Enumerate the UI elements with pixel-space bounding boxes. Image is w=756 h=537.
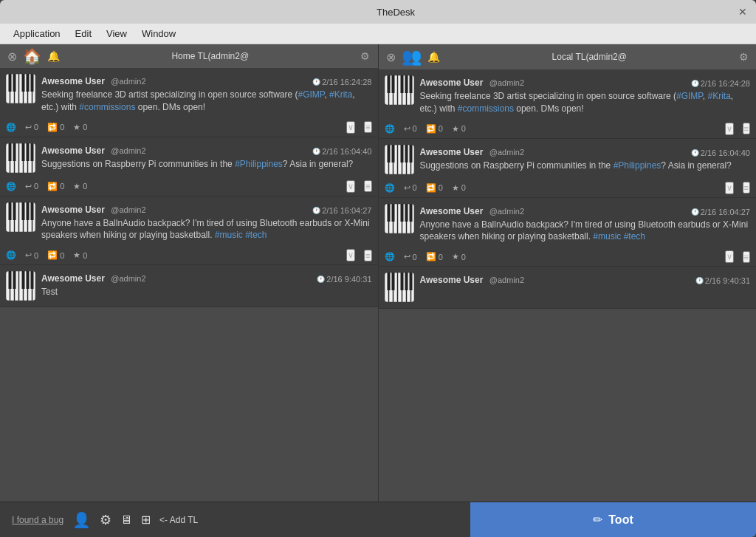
boost-button[interactable]: 🔁 0 bbox=[47, 123, 64, 132]
toot-card: Awesome User @admin2 🕐 2/16 16:24:28 See… bbox=[379, 69, 757, 139]
boost-button[interactable]: 🔁 0 bbox=[426, 124, 443, 134]
add-tl-label: <- Add TL bbox=[159, 515, 198, 525]
profile-icon[interactable]: 👤 bbox=[72, 511, 91, 529]
expand-button[interactable]: ∨ bbox=[346, 180, 355, 193]
svg-rect-87 bbox=[391, 204, 394, 222]
reply-button[interactable]: ↩ 0 bbox=[404, 183, 417, 193]
expand-button[interactable]: ∨ bbox=[725, 123, 734, 135]
toot-user-line: Awesome User @admin2 🕐 2/16 16:04:27 bbox=[420, 204, 751, 217]
globe-button[interactable]: 🌐 bbox=[385, 183, 395, 193]
boost-button[interactable]: 🔁 0 bbox=[47, 182, 64, 191]
close-window-button[interactable]: ✕ bbox=[738, 6, 747, 18]
toot-card: Awesome User @admin2 🕐 2/16 9:40:31 bbox=[379, 267, 757, 309]
toot-time: 🕐 2/16 16:04:27 bbox=[691, 208, 750, 216]
clock-icon: 🕐 bbox=[691, 208, 699, 216]
globe-button[interactable]: 🌐 bbox=[6, 250, 16, 260]
expand-button[interactable]: ∨ bbox=[725, 182, 734, 194]
menu-application[interactable]: Application bbox=[6, 27, 68, 41]
more-button[interactable]: ≡ bbox=[364, 121, 371, 133]
toot-card: Awesome User @admin2 🕐 2/16 16:04:40 Sug… bbox=[0, 137, 378, 196]
hashtag[interactable]: #Philippines bbox=[235, 159, 283, 169]
reply-button[interactable]: ↩ 0 bbox=[404, 124, 417, 134]
hashtag[interactable]: #music bbox=[215, 230, 243, 240]
menu-edit[interactable]: Edit bbox=[68, 27, 99, 41]
hashtag[interactable]: #tech bbox=[624, 231, 645, 242]
globe-button[interactable]: 🌐 bbox=[6, 182, 16, 191]
expand-button[interactable]: ∨ bbox=[725, 250, 734, 263]
svg-rect-8 bbox=[9, 74, 12, 92]
toot-button-label: Toot bbox=[608, 513, 633, 527]
fav-button[interactable]: ★ 0 bbox=[452, 183, 466, 193]
hashtag[interactable]: #GIMP bbox=[298, 89, 325, 100]
toot-user-line: Awesome User @admin2 🕐 2/16 9:40:31 bbox=[420, 273, 751, 286]
toot-username: Awesome User bbox=[420, 206, 484, 216]
menu-view[interactable]: View bbox=[99, 27, 134, 41]
globe-button[interactable]: 🌐 bbox=[6, 123, 16, 132]
toot-username: Awesome User bbox=[41, 146, 105, 156]
hashtag[interactable]: #Krita bbox=[329, 89, 352, 100]
toot-username: Awesome User bbox=[420, 275, 484, 285]
local-tl-content[interactable]: Awesome User @admin2 🕐 2/16 16:24:28 See… bbox=[379, 69, 757, 502]
hashtag[interactable]: #tech bbox=[245, 230, 267, 240]
more-button[interactable]: ≡ bbox=[743, 123, 750, 134]
fav-button[interactable]: ★ 0 bbox=[73, 182, 87, 191]
hashtag[interactable]: #Philippines bbox=[614, 160, 662, 171]
boost-button[interactable]: 🔁 0 bbox=[426, 183, 443, 193]
clock-icon: 🕐 bbox=[691, 80, 699, 87]
hashtag[interactable]: #commissions bbox=[458, 103, 514, 114]
globe-button[interactable]: 🌐 bbox=[385, 252, 395, 261]
bug-link[interactable]: I found a bug bbox=[12, 515, 63, 525]
reply-button[interactable]: ↩ 0 bbox=[25, 250, 38, 260]
reply-button[interactable]: ↩ 0 bbox=[25, 123, 38, 132]
local-tl-column: ⊗ 👥 🔔 Local TL(admin2@ ⚙ bbox=[379, 44, 757, 502]
reply-button[interactable]: ↩ 0 bbox=[404, 252, 417, 261]
svg-rect-48 bbox=[13, 271, 16, 289]
toot-user-info: Awesome User @admin2 bbox=[41, 74, 146, 87]
expand-button[interactable]: ∨ bbox=[346, 121, 355, 134]
local-bell-icon[interactable]: 🔔 bbox=[427, 51, 440, 63]
clock-icon: 🕐 bbox=[317, 276, 325, 283]
hashtag[interactable]: #Krita bbox=[707, 91, 730, 101]
toot-content: Test bbox=[41, 286, 372, 298]
local-gear-icon[interactable]: ⚙ bbox=[739, 51, 749, 63]
menu-bar: Application Edit View Window bbox=[0, 24, 756, 44]
local-tl-header: ⊗ 👥 🔔 Local TL(admin2@ ⚙ bbox=[379, 44, 757, 69]
svg-rect-25 bbox=[31, 143, 34, 161]
clock-icon: 🕐 bbox=[695, 277, 704, 284]
toot-meta: Awesome User @admin2 🕐 2/16 16:24:28 See… bbox=[420, 75, 751, 115]
home-bell-icon[interactable]: 🔔 bbox=[47, 50, 60, 62]
local-tl-header-left: ⊗ 👥 🔔 bbox=[386, 49, 440, 65]
more-button[interactable]: ≡ bbox=[743, 182, 750, 194]
more-button[interactable]: ≡ bbox=[364, 180, 371, 192]
menu-window[interactable]: Window bbox=[134, 27, 183, 41]
reply-button[interactable]: ↩ 0 bbox=[25, 182, 38, 191]
toot-user-line: Awesome User @admin2 🕐 2/16 9:40:31 bbox=[41, 271, 372, 284]
toot-meta: Awesome User @admin2 🕐 2/16 9:40:31 Test bbox=[41, 271, 372, 301]
boost-button[interactable]: 🔁 0 bbox=[47, 250, 64, 260]
home-tl-content[interactable]: Awesome User @admin2 🕐 2/16 16:24:28 See… bbox=[0, 68, 378, 502]
svg-rect-100 bbox=[391, 273, 394, 290]
fav-button[interactable]: ★ 0 bbox=[452, 124, 466, 134]
home-tl-header-right: ⚙ bbox=[360, 50, 370, 62]
toot-actions: 🌐 ↩ 0 🔁 0 ★ 0 ∨ ≡ bbox=[385, 179, 751, 194]
home-tl-close-button[interactable]: ⊗ bbox=[7, 49, 17, 64]
more-button[interactable]: ≡ bbox=[364, 250, 371, 261]
hashtag[interactable]: #commissions bbox=[79, 102, 135, 112]
home-gear-icon[interactable]: ⚙ bbox=[360, 50, 370, 62]
hashtag[interactable]: #GIMP bbox=[676, 91, 703, 101]
toot-button[interactable]: ✏ Toot bbox=[470, 502, 756, 537]
fav-button[interactable]: ★ 0 bbox=[73, 123, 87, 132]
more-button[interactable]: ≡ bbox=[743, 251, 750, 263]
grid-icon[interactable]: ⊞ bbox=[141, 513, 151, 527]
settings-icon[interactable]: ⚙ bbox=[100, 512, 111, 528]
expand-button[interactable]: ∨ bbox=[346, 249, 355, 261]
clock-icon: 🕐 bbox=[312, 148, 320, 155]
globe-button[interactable]: 🌐 bbox=[385, 124, 395, 134]
monitor-icon[interactable]: 🖥 bbox=[120, 513, 132, 527]
boost-button[interactable]: 🔁 0 bbox=[426, 252, 443, 261]
fav-button[interactable]: ★ 0 bbox=[452, 252, 466, 261]
hashtag[interactable]: #music bbox=[593, 231, 621, 242]
local-tl-close-button[interactable]: ⊗ bbox=[386, 50, 396, 64]
avatar bbox=[6, 271, 35, 301]
fav-button[interactable]: ★ 0 bbox=[73, 250, 87, 260]
